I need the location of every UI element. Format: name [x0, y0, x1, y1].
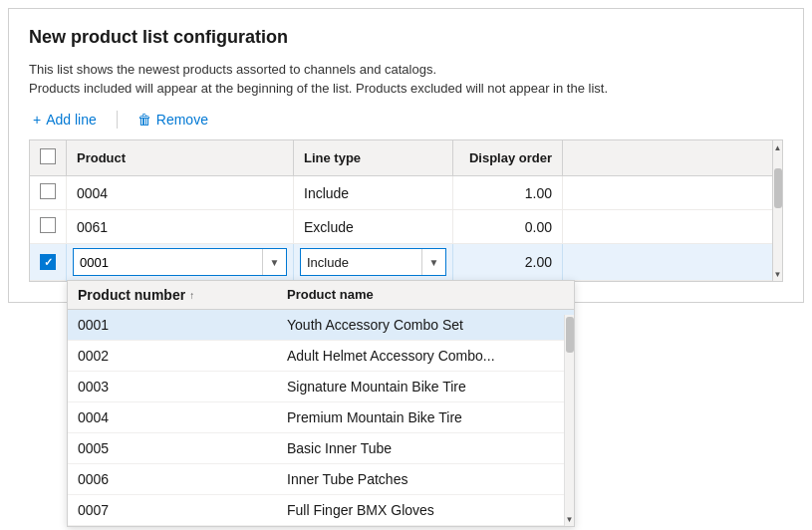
header-checkbox[interactable] [40, 148, 56, 164]
table-header-row: Product Line type Display order [30, 140, 782, 176]
row3-check-cell [30, 244, 67, 281]
scrollbar-thumb [774, 168, 782, 208]
row3-checkbox[interactable] [40, 254, 56, 270]
page-title: New product list configuration [29, 27, 783, 48]
product-input-wrapper: ▼ [73, 248, 287, 276]
row2-linetype-cell: Exclude [294, 210, 453, 244]
row2-displayorder-cell: 0.00 [453, 210, 563, 244]
table-row-active: ▼ Product number ↑ Product name [30, 244, 782, 281]
remove-button[interactable]: 🗑 Remove [134, 110, 212, 130]
dropdown-row-name: Basic Inner Tube [287, 440, 564, 456]
dropdown-num-label: Product number [78, 287, 185, 303]
dropdown-list: 0001 Youth Accessory Combo Set 0002 Adul… [68, 310, 574, 526]
dropdown-col-name: Product name [287, 287, 564, 303]
dropdown-row-num: 0007 [78, 502, 287, 518]
description-1: This list shows the newest products asso… [29, 62, 783, 77]
list-item[interactable]: 0004 Premium Mountain Bike Tire [68, 402, 574, 433]
table-row: 0004 Include 1.00 [30, 176, 782, 210]
toolbar-divider [117, 111, 118, 129]
product-dropdown-popup: Product number ↑ Product name 0001 Youth… [67, 280, 575, 527]
row1-displayorder-cell: 1.00 [453, 176, 563, 210]
row2-product-cell: 0061 [67, 210, 294, 244]
list-item[interactable]: 0007 Full Finger BMX Gloves [68, 495, 574, 526]
list-item[interactable]: 0001 Youth Accessory Combo Set [68, 310, 574, 341]
row1-extra-cell [563, 176, 783, 210]
dropdown-row-num: 0004 [78, 409, 287, 425]
table-wrapper: Product Line type Display order 0004 [29, 139, 783, 282]
row1-linetype-cell: Include [294, 176, 453, 210]
dropdown-row-name: Full Finger BMX Gloves [287, 502, 564, 518]
dropdown-row-num: 0006 [78, 471, 287, 487]
scroll-down-arrow[interactable]: ▼ [773, 267, 783, 281]
table-scrollbar[interactable]: ▲ ▼ [772, 140, 782, 281]
col-header-product: Product [67, 140, 294, 176]
trash-icon: 🗑 [137, 112, 151, 128]
row2-linetype-value: Exclude [304, 219, 354, 235]
row2-product-value: 0061 [77, 219, 108, 235]
list-item[interactable]: 0003 Signature Mountain Bike Tire [68, 372, 574, 402]
dropdown-row-name: Signature Mountain Bike Tire [287, 379, 564, 395]
row1-check-cell [30, 176, 67, 210]
page-container: New product list configuration This list… [8, 8, 804, 303]
row3-displayorder-value: 2.00 [525, 254, 552, 270]
row1-checkbox[interactable] [40, 183, 56, 199]
sort-asc-icon[interactable]: ↑ [189, 290, 194, 301]
linetype-value: Include [301, 255, 421, 270]
row2-extra-cell [563, 210, 783, 244]
row3-product-cell[interactable]: ▼ Product number ↑ Product name [67, 244, 294, 281]
row3-linetype-cell[interactable]: Include ▼ [294, 244, 453, 281]
dropdown-row-num: 0001 [78, 317, 287, 333]
row3-displayorder-cell: 2.00 [453, 244, 563, 281]
dropdown-header: Product number ↑ Product name [68, 281, 574, 310]
dropdown-row-name: Adult Helmet Accessory Combo... [287, 348, 564, 364]
row1-displayorder-value: 1.00 [525, 185, 552, 201]
col-header-check [30, 140, 67, 176]
col-header-extra [563, 140, 783, 176]
popup-scroll-down-arrow[interactable]: ▼ [565, 512, 575, 526]
list-item[interactable]: 0006 Inner Tube Patches [68, 464, 574, 495]
col-header-displayorder: Display order [453, 140, 563, 176]
dropdown-row-num: 0005 [78, 440, 287, 456]
col-header-linetype: Line type [294, 140, 453, 176]
dropdown-col-num: Product number ↑ [78, 287, 287, 303]
add-line-label: Add line [46, 112, 97, 128]
dropdown-row-num: 0002 [78, 348, 287, 364]
product-input[interactable] [74, 255, 262, 270]
row2-displayorder-value: 0.00 [525, 219, 552, 235]
popup-scrollbar-thumb [566, 317, 574, 353]
list-item[interactable]: 0005 Basic Inner Tube [68, 433, 574, 464]
product-table: Product Line type Display order 0004 [30, 140, 782, 281]
row1-product-value: 0004 [77, 185, 108, 201]
linetype-dropdown-wrapper: Include ▼ [300, 248, 446, 276]
row3-extra-cell [563, 244, 783, 281]
table-row: 0061 Exclude 0.00 [30, 210, 782, 244]
product-dropdown-arrow[interactable]: ▼ [262, 249, 286, 275]
row1-product-cell: 0004 [67, 176, 294, 210]
remove-label: Remove [156, 112, 208, 128]
scroll-up-arrow[interactable]: ▲ [773, 140, 783, 154]
dropdown-row-num: 0003 [78, 379, 287, 395]
list-item[interactable]: 0002 Adult Helmet Accessory Combo... [68, 341, 574, 372]
popup-scrollbar[interactable]: ▼ [564, 315, 574, 526]
row2-checkbox[interactable] [40, 217, 56, 233]
row2-check-cell [30, 210, 67, 244]
dropdown-row-name: Premium Mountain Bike Tire [287, 409, 564, 425]
toolbar: + Add line 🗑 Remove [29, 110, 783, 130]
description-2: Products included will appear at the beg… [29, 81, 783, 96]
add-line-button[interactable]: + Add line [29, 110, 101, 130]
dropdown-row-name: Youth Accessory Combo Set [287, 317, 564, 333]
linetype-dropdown-arrow[interactable]: ▼ [421, 249, 445, 275]
row1-linetype-value: Include [304, 185, 349, 201]
add-icon: + [33, 112, 41, 128]
dropdown-row-name: Inner Tube Patches [287, 471, 564, 487]
